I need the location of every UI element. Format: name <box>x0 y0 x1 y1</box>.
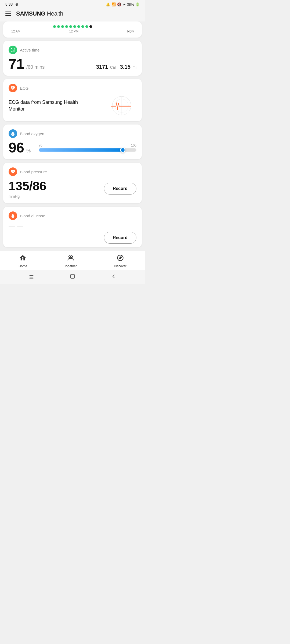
oxygen-bar: 70 100 <box>39 144 136 152</box>
blood-glucose-header: Blood glucose <box>9 211 136 220</box>
blood-pressure-header: Blood pressure <box>9 167 136 176</box>
svg-rect-15 <box>71 275 75 279</box>
blood-glucose-icon <box>9 211 17 220</box>
together-icon <box>67 254 74 263</box>
discover-icon <box>117 254 124 263</box>
android-back-button[interactable] <box>111 273 117 280</box>
svg-point-6 <box>22 257 24 258</box>
bar-labels: 70 100 <box>39 144 136 147</box>
alarm-icon: 🔔 <box>106 2 110 6</box>
active-time-side: 3171 Cal 3.15 mi <box>96 64 136 70</box>
nav-together[interactable]: Together <box>64 254 77 268</box>
blood-glucose-card[interactable]: Blood glucose — — Record <box>3 207 142 247</box>
svg-rect-14 <box>29 278 33 279</box>
app-brand: SAMSUNG Health <box>16 10 63 17</box>
blood-oxygen-label: Blood oxygen <box>20 131 44 136</box>
android-home-button[interactable] <box>70 273 75 280</box>
glucose-dashes: — — <box>9 223 136 230</box>
timeline-labels: 12 AM 12 PM Now <box>9 30 136 33</box>
nav-home[interactable]: Home <box>19 254 27 268</box>
bottom-nav: Home Together Discover <box>0 251 145 270</box>
android-recent-button[interactable] <box>28 273 34 280</box>
calories-value: 3171 Cal <box>96 64 116 70</box>
app-header: SAMSUNG Health <box>0 8 145 21</box>
android-nav-bar <box>0 270 145 284</box>
active-time-main: 71 /60 mins <box>9 57 45 71</box>
svg-rect-12 <box>29 275 33 276</box>
ecg-card[interactable]: ECG ECG data from Samsung Health Monitor <box>3 79 142 121</box>
status-bar: 8:38 ⊖ 🔔 📶 🔇 ✈ 38% 🔋 <box>0 0 145 8</box>
bar-thumb <box>120 147 125 153</box>
main-scroll-area: 12 AM 12 PM Now Active time 71 /60 mins … <box>0 21 145 247</box>
ecg-header: ECG <box>9 84 136 92</box>
label-12am: 12 AM <box>11 30 20 33</box>
active-time-label: Active time <box>20 48 39 52</box>
blood-oxygen-header: 2 Blood oxygen <box>9 129 136 138</box>
blood-oxygen-icon: 2 <box>9 129 17 138</box>
together-label: Together <box>64 264 77 268</box>
blood-oxygen-values: 96 % 70 100 <box>9 141 136 155</box>
ecg-label: ECG <box>20 86 29 90</box>
bar-track <box>39 148 136 152</box>
status-icons: 🔔 📶 🔇 ✈ 38% 🔋 <box>106 2 140 6</box>
dnd-icon: ⊖ <box>15 2 19 6</box>
brand-samsung: SAMSUNG <box>16 10 45 17</box>
blood-glucose-record-button[interactable]: Record <box>104 232 136 244</box>
nav-discover[interactable]: Discover <box>114 254 126 268</box>
bluetooth-icon: 📶 <box>111 2 116 6</box>
ecg-description: ECG data from Samsung Health Monitor <box>9 99 79 112</box>
active-time-header: Active time <box>9 46 136 54</box>
airplane-icon: ✈ <box>123 2 126 6</box>
status-time: 8:38 ⊖ <box>5 2 19 6</box>
home-label: Home <box>19 264 27 268</box>
discover-label: Discover <box>114 264 126 268</box>
battery-icon: 🔋 <box>135 2 140 6</box>
blood-glucose-label: Blood glucose <box>20 214 45 218</box>
blood-oxygen-card[interactable]: 2 Blood oxygen 96 % 70 100 <box>3 125 142 159</box>
blood-pressure-record-button[interactable]: Record <box>104 183 136 195</box>
svg-rect-13 <box>29 277 33 277</box>
blood-pressure-icon <box>9 167 17 176</box>
blood-pressure-card[interactable]: Blood pressure 135/86 mmHg Record <box>3 163 142 203</box>
ecg-content: ECG data from Samsung Health Monitor <box>9 95 136 116</box>
active-time-icon <box>9 46 17 54</box>
active-time-values: 71 /60 mins 3171 Cal 3.15 mi <box>9 57 136 71</box>
blood-pressure-label: Blood pressure <box>20 170 47 174</box>
timeline-dots <box>9 25 136 28</box>
distance-value: 3.15 mi <box>120 64 136 70</box>
menu-button[interactable] <box>5 12 11 16</box>
mute-icon: 🔇 <box>117 2 121 6</box>
svg-text:2: 2 <box>12 134 13 135</box>
brand-health: Health <box>47 10 63 17</box>
svg-point-8 <box>71 256 73 258</box>
ecg-graphic <box>107 95 136 116</box>
blood-pressure-values: 135/86 mmHg Record <box>9 179 136 199</box>
label-12pm: 12 PM <box>69 30 79 33</box>
home-icon <box>19 254 27 263</box>
timeline-card: 12 AM 12 PM Now <box>3 21 142 38</box>
active-time-card[interactable]: Active time 71 /60 mins 3171 Cal 3.15 mi <box>3 41 142 76</box>
blood-oxygen-main: 96 % <box>9 141 31 155</box>
blood-pressure-main: 135/86 mmHg <box>9 179 46 199</box>
battery-text: 38% <box>127 2 134 6</box>
ecg-icon <box>9 84 17 92</box>
bar-fill <box>39 148 123 152</box>
label-now: Now <box>127 30 134 33</box>
